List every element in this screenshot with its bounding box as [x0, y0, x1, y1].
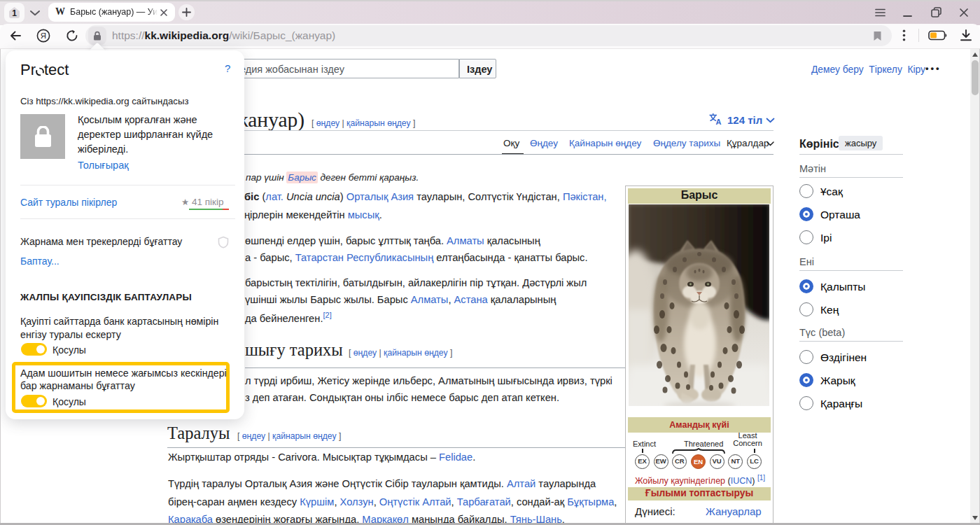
svg-text:1: 1	[12, 8, 17, 18]
svg-text:Я: Я	[41, 31, 46, 40]
svg-text:A: A	[716, 118, 722, 125]
